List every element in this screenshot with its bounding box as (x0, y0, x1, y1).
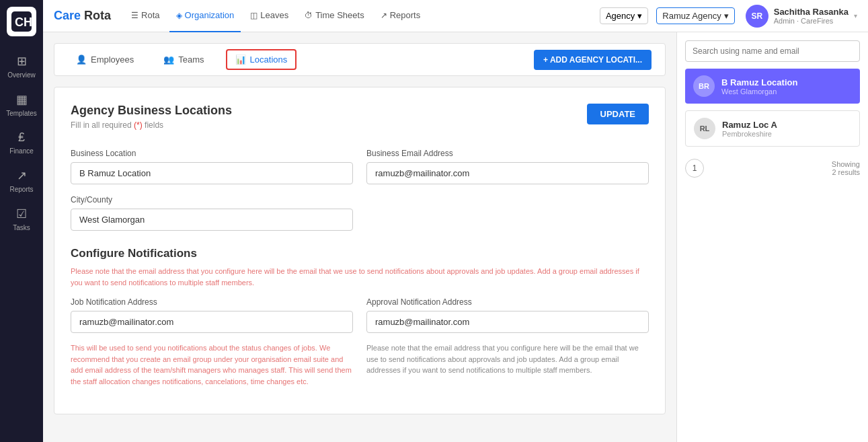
content-area: 👤 Employees 👥 Teams 📊 Locations + ADD AG… (43, 32, 676, 442)
search-input[interactable] (685, 40, 860, 62)
sidebar-item-tasks[interactable]: ☑ Tasks (0, 200, 43, 238)
city-row: City/County (71, 195, 649, 231)
nav-reports[interactable]: ↗ Reports (374, 0, 428, 32)
approval-notification-note: Please note that the email address that … (366, 342, 649, 376)
business-email-label: Business Email Address (366, 149, 649, 158)
location-info-ramuz-loc-a: Ramuz Loc A Pembrokeshire (722, 120, 777, 138)
location-avatar-ramuz-loc-a: RL (694, 118, 715, 139)
job-notification-label: Job Notification Address (71, 297, 353, 307)
nav-leaves[interactable]: ◫ Leaves (243, 0, 295, 32)
agency-chevron-icon: ▾ (637, 11, 642, 21)
agency-select-chevron-icon: ▾ (724, 11, 729, 21)
approval-notification-label: Approval Notification Address (366, 297, 649, 307)
form-title: Agency Business Locations (71, 104, 232, 118)
user-section: SR Sachitha Rasanka Admin · CareFires ▾ (746, 5, 857, 28)
user-chevron-icon: ▾ (854, 12, 857, 20)
agency-dropdown[interactable]: Agency ▾ (600, 7, 648, 24)
nav-rota[interactable]: ☰ Rota (124, 0, 166, 32)
location-avatar-b-ramuz: BR (693, 75, 715, 97)
form-title-section: Agency Business Locations Fill in all re… (71, 104, 232, 143)
city-county-input[interactable] (71, 209, 353, 231)
avatar: SR (746, 5, 768, 28)
tab-teams[interactable]: 👥 Teams (155, 50, 212, 69)
job-notification-input[interactable] (71, 311, 353, 333)
logo: CH (7, 7, 36, 36)
user-info: Sachitha Rasanka Admin · CareFires (774, 7, 849, 25)
rota-icon: ☰ (131, 11, 139, 20)
city-county-label: City/County (71, 195, 353, 205)
brand: Care Rota (54, 9, 111, 23)
agency-select[interactable]: Ramuz Agency ▾ (656, 7, 734, 24)
business-location-row: Business Location Business Email Address (71, 149, 649, 184)
job-notification-group: Job Notification Address This will be us… (71, 297, 353, 387)
page-number[interactable]: 1 (685, 159, 704, 178)
leaves-icon: ◫ (250, 11, 258, 20)
business-location-group: Business Location (71, 149, 353, 184)
sidebar-item-templates[interactable]: ▦ Templates (0, 85, 43, 124)
topnav: Care Rota ☰ Rota ◈ Organization ◫ Leaves… (43, 0, 868, 32)
business-location-input[interactable] (71, 162, 353, 184)
templates-icon: ▦ (16, 92, 28, 107)
notifications-row: Job Notification Address This will be us… (71, 297, 649, 387)
svg-text:CH: CH (15, 15, 32, 29)
sidebar-item-overview[interactable]: ⊞ Overview (0, 47, 43, 85)
sidebar-item-finance[interactable]: ₤ Finance (0, 124, 43, 161)
approval-notification-input[interactable] (366, 311, 649, 333)
city-county-group: City/County (71, 195, 353, 231)
tasks-icon: ☑ (16, 207, 27, 221)
pagination: 1 Showing 2 results (685, 156, 860, 180)
teams-icon: 👥 (163, 54, 174, 65)
nav-reports-icon: ↗ (381, 11, 387, 20)
tab-employees[interactable]: 👤 Employees (68, 50, 142, 69)
add-agency-location-button[interactable]: + ADD AGENCY LOCATI... (534, 50, 652, 70)
nav-timesheets[interactable]: ⏱ Time Sheets (298, 0, 371, 32)
nav-organization[interactable]: ◈ Organization (169, 0, 241, 32)
org-icon: ◈ (176, 11, 182, 20)
notifications-title: Configure Notifications (71, 247, 649, 260)
location-info-b-ramuz: B Ramuz Location West Glamorgan (721, 77, 797, 96)
user-role: Admin · CareFires (774, 17, 849, 25)
tab-locations[interactable]: 📊 Locations (226, 49, 297, 70)
location-card-ramuz-loc-a[interactable]: RL Ramuz Loc A Pembrokeshire (685, 110, 860, 147)
overview-icon: ⊞ (17, 54, 27, 69)
showing-count: Showing 2 results (832, 160, 860, 176)
update-button[interactable]: UPDATE (587, 104, 649, 124)
employees-icon: 👤 (76, 54, 87, 65)
form-subtitle: Fill in all required (*) fields (71, 120, 232, 130)
right-panel: BR B Ramuz Location West Glamorgan RL Ra… (676, 32, 868, 442)
timesheets-icon: ⏱ (305, 11, 313, 20)
notifications-note: Please note that the email address that … (71, 266, 649, 288)
approval-notification-group: Approval Notification Address Please not… (366, 297, 649, 387)
job-notification-note: This will be used to send you notificati… (71, 342, 353, 387)
form-card: Agency Business Locations Fill in all re… (54, 87, 666, 414)
location-card-b-ramuz[interactable]: BR B Ramuz Location West Glamorgan (685, 69, 860, 104)
reports-icon: ↗ (17, 168, 27, 183)
user-name: Sachitha Rasanka (774, 7, 849, 17)
locations-icon: 📊 (235, 54, 246, 65)
business-email-group: Business Email Address (366, 149, 649, 184)
sidebar-item-reports[interactable]: ↗ Reports (0, 161, 43, 200)
tab-bar: 👤 Employees 👥 Teams 📊 Locations + ADD AG… (54, 43, 666, 76)
business-location-label: Business Location (71, 149, 353, 158)
finance-icon: ₤ (18, 131, 25, 145)
sidebar: CH ⊞ Overview ▦ Templates ₤ Finance ↗ Re… (0, 0, 43, 442)
business-email-input[interactable] (366, 162, 649, 184)
